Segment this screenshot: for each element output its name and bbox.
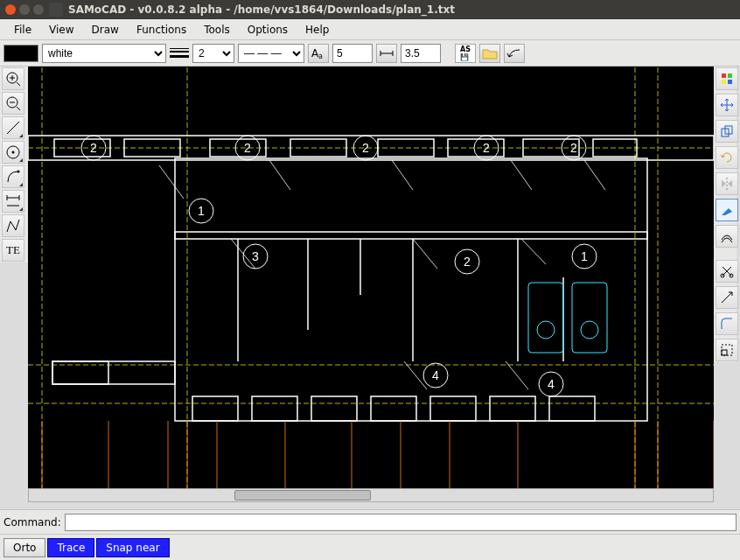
circle-tool[interactable]	[2, 141, 24, 164]
horizontal-scrollbar[interactable]	[28, 488, 714, 502]
move-tool[interactable]	[716, 94, 738, 116]
svg-rect-26	[175, 232, 647, 239]
svg-point-6	[17, 171, 20, 173]
canvas-area: 22222132144 0147012901170177014201170116…	[28, 66, 714, 502]
text-tool[interactable]: TE	[2, 239, 24, 262]
toolbar-left: TE	[0, 66, 28, 262]
menu-help[interactable]: Help	[297, 21, 338, 38]
offset-tool[interactable]	[716, 225, 738, 248]
titlebar: SAMoCAD - v0.0.8.2 alpha - /home/vvs1864…	[0, 0, 740, 19]
svg-line-53	[511, 160, 532, 190]
svg-line-50	[159, 165, 184, 199]
svg-text:1: 1	[198, 204, 205, 218]
lineweight-combo[interactable]: 2	[192, 44, 234, 63]
color-swatch[interactable]	[3, 45, 38, 62]
orto-toggle[interactable]: Orto	[3, 538, 45, 557]
dim-size-input[interactable]	[401, 44, 441, 63]
menu-options[interactable]: Options	[239, 21, 297, 38]
svg-text:2: 2	[464, 255, 471, 269]
line-tool[interactable]	[2, 116, 24, 139]
command-input[interactable]	[65, 514, 737, 531]
svg-text:3: 3	[252, 249, 259, 263]
open-button[interactable]	[479, 44, 500, 63]
svg-line-51	[269, 160, 290, 190]
svg-rect-10	[728, 80, 732, 84]
svg-rect-60	[528, 283, 563, 353]
window-controls	[5, 4, 44, 15]
menu-draw[interactable]: Draw	[83, 21, 128, 38]
svg-line-54	[584, 160, 605, 190]
svg-rect-41	[192, 396, 238, 421]
svg-point-61	[537, 321, 555, 339]
command-bar: Command:	[0, 509, 740, 534]
svg-text:1: 1	[581, 249, 588, 263]
text-style-button[interactable]: Aa	[308, 44, 329, 63]
layers-button[interactable]	[716, 67, 738, 90]
svg-point-63	[581, 321, 598, 339]
dim-style-button[interactable]	[376, 44, 397, 63]
svg-rect-7	[722, 74, 726, 78]
app-icon	[49, 3, 63, 17]
svg-text:2: 2	[244, 141, 251, 155]
draw-active-tool[interactable]	[716, 199, 738, 221]
snap-near-toggle[interactable]: Snap near	[96, 538, 169, 557]
minimize-icon[interactable]	[19, 4, 30, 15]
scale-tool[interactable]	[716, 339, 738, 361]
undo-button[interactable]	[504, 44, 525, 63]
zoom-in-button[interactable]	[2, 67, 24, 90]
toolbar-right	[714, 66, 737, 362]
svg-rect-9	[722, 80, 726, 84]
svg-rect-47	[549, 396, 595, 421]
lineweight-icon	[170, 46, 189, 61]
svg-rect-43	[311, 396, 357, 421]
svg-line-57	[521, 239, 546, 264]
toolbar-top: white 2 — — — Aa AS💾	[0, 40, 740, 66]
svg-rect-46	[490, 396, 535, 421]
arc-tool[interactable]	[2, 165, 24, 188]
extend-tool[interactable]	[716, 286, 738, 309]
svg-rect-45	[430, 396, 476, 421]
trim-tool[interactable]	[716, 260, 738, 283]
rotate-tool[interactable]	[716, 146, 738, 169]
dimension-tool[interactable]	[2, 190, 24, 213]
color-combo[interactable]: white	[42, 44, 166, 63]
drawing-canvas[interactable]: 22222132144 0147012901170177014201170116…	[28, 66, 714, 488]
window-title: SAMoCAD - v0.0.8.2 alpha - /home/vvs1864…	[68, 4, 455, 16]
svg-rect-44	[371, 396, 416, 421]
text-size-input[interactable]	[332, 44, 373, 63]
zoom-out-button[interactable]	[2, 92, 24, 115]
command-label: Command:	[3, 516, 61, 528]
svg-text:2: 2	[362, 141, 369, 155]
svg-rect-62	[572, 283, 607, 353]
menu-view[interactable]: View	[40, 21, 82, 38]
svg-line-56	[413, 239, 437, 269]
polyline-tool[interactable]	[2, 214, 24, 237]
scrollbar-thumb[interactable]	[234, 490, 371, 500]
svg-line-52	[392, 160, 413, 190]
copy-tool[interactable]	[716, 120, 738, 143]
svg-text:a: a	[318, 52, 323, 60]
svg-text:2: 2	[90, 141, 97, 155]
menu-tools[interactable]: Tools	[195, 21, 239, 38]
menu-file[interactable]: File	[5, 21, 40, 38]
trace-toggle[interactable]: Trace	[47, 538, 94, 557]
svg-rect-25	[175, 158, 647, 421]
svg-rect-42	[252, 396, 297, 421]
svg-line-59	[506, 361, 528, 389]
svg-text:4: 4	[548, 377, 555, 391]
maximize-icon[interactable]	[33, 4, 44, 15]
svg-text:2: 2	[570, 141, 577, 155]
menubar: File View Draw Functions Tools Options H…	[0, 19, 740, 40]
fillet-tool[interactable]	[716, 312, 738, 335]
linetype-combo[interactable]: — — —	[238, 44, 304, 63]
svg-point-5	[12, 151, 15, 154]
svg-rect-15	[722, 350, 727, 355]
save-button[interactable]: AS💾	[455, 44, 476, 63]
svg-rect-8	[728, 74, 732, 78]
svg-text:4: 4	[432, 368, 439, 382]
mirror-tool[interactable]	[716, 172, 738, 195]
status-bar: Orto Trace Snap near	[0, 534, 740, 560]
svg-text:2: 2	[483, 141, 490, 155]
close-icon[interactable]	[5, 4, 16, 15]
menu-functions[interactable]: Functions	[128, 21, 195, 38]
